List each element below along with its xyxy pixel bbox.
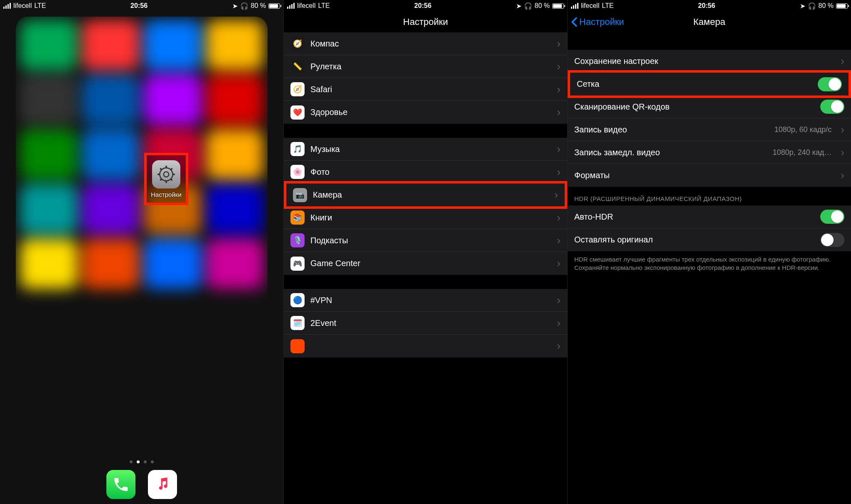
row-label: Здоровье [310,108,551,117]
row-label: Оставлять оригинал [574,235,814,245]
ruler-icon: 📏 [290,59,305,73]
compass-icon: 🧭 [290,37,305,51]
status-bar: lifecell LTE 20:56 ➤ 🎧 80 % [284,0,567,12]
row-label: Game Center [310,259,551,268]
chevron-right-icon: › [557,83,561,96]
nav-title: Камера [694,17,726,27]
settings-list[interactable]: 🧭 Компас › 📏 Рулетка › 🧭 Safari › ❤️ Здо… [284,32,567,504]
row-qr-scan[interactable]: Сканирование QR-кодов [568,95,851,118]
row-grid[interactable]: Сетка [570,73,849,95]
dock-phone-app[interactable] [106,470,135,499]
qr-toggle[interactable] [820,100,844,114]
location-icon: ➤ [516,2,521,10]
clock: 20:56 [698,2,715,10]
settings-row-measure[interactable]: 📏 Рулетка › [284,55,567,78]
settings-row-books[interactable]: 📚 Книги › [284,206,567,229]
chevron-right-icon: › [557,317,561,330]
location-icon: ➤ [800,2,805,10]
row-label: Запись видео [574,125,768,135]
music-icon: 🎵 [290,142,305,156]
svg-line-9 [160,179,162,180]
row-label: Сетка [577,79,812,89]
hdr-section-header: HDR (РАСШИРЕННЫЙ ДИНАМИЧЕСКИЙ ДИАПАЗОН) [568,187,851,206]
settings-row-photos[interactable]: 🌸 Фото › [284,161,567,183]
clock: 20:56 [414,2,431,10]
books-icon: 📚 [290,210,305,225]
row-label: Компас [310,39,551,49]
row-label: Фото [310,167,551,177]
carrier-label: lifecell [297,2,315,10]
chevron-right-icon: › [557,106,561,119]
signal-icon [571,3,578,9]
headphones-icon: 🎧 [524,2,532,10]
row-formats[interactable]: Форматы › [568,164,851,187]
row-auto-hdr[interactable]: Авто-HDR [568,206,851,228]
chevron-right-icon: › [557,143,561,156]
podcasts-icon: 🎙️ [290,233,305,247]
app-icon [290,339,305,353]
settings-app-label: Настройки [151,191,182,198]
hdr-section-footer: HDR смешивает лучшие фрагменты трех отде… [568,251,851,279]
camera-icon: 📷 [293,188,307,202]
chevron-right-icon: › [557,234,561,247]
location-icon: ➤ [232,2,238,10]
row-keep-original[interactable]: Оставлять оригинал [568,228,851,251]
row-preserve-settings[interactable]: Сохранение настроек › [568,50,851,73]
back-button[interactable]: Настройки [571,17,624,27]
row-label: Музыка [310,144,551,154]
chevron-right-icon: › [557,166,561,179]
settings-row-camera[interactable]: 📷 Камера › [286,183,565,206]
camera-settings-pane: lifecell LTE 20:56 ➤ 🎧 80 % Настройки Ка… [568,0,851,504]
camera-settings-list[interactable]: Сохранение настроек › Сетка Сканирование… [568,32,851,504]
dock-music-app[interactable] [148,470,177,499]
battery-percent: 80 % [251,2,266,10]
svg-point-1 [164,171,169,176]
nav-title: Настройки [403,17,448,27]
row-record-slomo[interactable]: Запись замедл. видео 1080p, 240 кад… › [568,141,851,164]
svg-line-7 [171,179,172,180]
chevron-right-icon: › [841,55,844,68]
grid-toggle[interactable] [818,77,842,91]
settings-row-vpn[interactable]: 🔵 #VPN › [284,289,567,312]
status-bar: lifecell LTE 20:56 ➤ 🎧 80 % [568,0,851,12]
chevron-right-icon: › [557,257,561,270]
keep-original-toggle[interactable] [820,233,844,247]
headphones-icon: 🎧 [240,2,248,10]
chevron-right-icon: › [557,60,561,73]
settings-row-safari[interactable]: 🧭 Safari › [284,78,567,101]
settings-row-gamecenter[interactable]: 🎮 Game Center › [284,252,567,275]
safari-icon: 🧭 [290,82,305,96]
chevron-right-icon: › [557,37,561,50]
svg-line-6 [160,168,162,170]
row-label: Запись замедл. видео [574,148,767,157]
home-blurred-apps [16,17,268,504]
battery-icon [552,3,564,9]
settings-row-2event[interactable]: 🗓️ 2Event › [284,312,567,335]
settings-icon [152,160,180,188]
settings-app-highlight[interactable]: Настройки [144,153,188,205]
row-label: 2Event [310,318,551,328]
settings-row-music[interactable]: 🎵 Музыка › [284,138,567,161]
settings-row-other[interactable]: › [284,335,567,357]
2event-icon: 🗓️ [290,316,305,330]
row-record-video[interactable]: Запись видео 1080p, 60 кадр/с › [568,118,851,141]
chevron-right-icon: › [841,146,844,159]
settings-row-compass[interactable]: 🧭 Компас › [284,32,567,55]
nav-bar: Настройки Камера [568,12,851,32]
battery-icon [268,3,280,9]
row-label: Сканирование QR-кодов [574,102,814,112]
page-dots [0,460,283,463]
settings-row-health[interactable]: ❤️ Здоровье › [284,101,567,124]
row-label: Safari [310,85,551,94]
dock [0,468,283,504]
home-screen-pane: lifecell LTE 20:56 ➤ 🎧 80 % [0,0,284,504]
health-icon: ❤️ [290,105,305,120]
settings-row-podcasts[interactable]: 🎙️ Подкасты › [284,229,567,252]
back-label: Настройки [579,17,624,27]
auto-hdr-toggle[interactable] [820,210,844,224]
carrier-label: lifecell [581,2,599,10]
signal-icon [3,3,11,9]
chevron-right-icon: › [841,123,844,136]
nav-bar: Настройки [284,12,567,32]
camera-row-highlight: 📷 Камера › [284,181,567,209]
